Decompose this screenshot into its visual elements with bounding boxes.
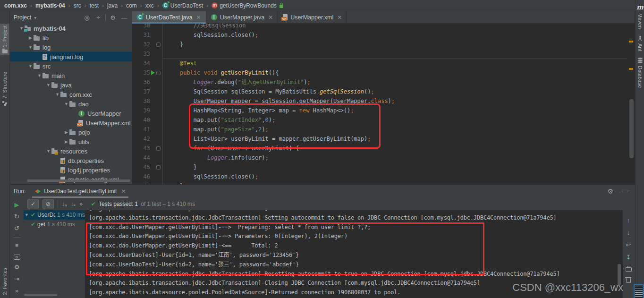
tree-item-com-xxc[interactable]: ▼com.xxc [10,90,132,99]
code-line-31[interactable]: 31 sqlSession.close(); [132,30,635,40]
toggle-auto-test-icon[interactable]: ↺ [14,225,19,233]
tree-arrow-right-icon[interactable]: ▶ [63,139,69,144]
close-icon[interactable]: ✕ [337,14,342,21]
error-stripe-mark[interactable] [629,68,633,70]
editor-tab-userdaotest-java[interactable]: UserDaoTest.java✕ [132,11,206,23]
run-test-icon[interactable] [151,70,155,75]
code-line-44[interactable]: 44 Logger.info(user); [132,153,635,162]
tree-item-pojo[interactable]: ▶pojo [10,128,132,137]
gear-icon[interactable]: ⚙ [607,187,613,195]
tree-item-utils[interactable]: ▶utils [10,137,132,146]
code-line-30[interactable]: 30 //关闭sqlSession [132,24,635,30]
tree-item-lib[interactable]: ▶lib [10,33,132,43]
tree-arrow-down-icon[interactable]: ▼ [45,149,51,153]
tree-arrow-down-icon[interactable]: ▼ [27,64,34,68]
editor-tab-usermapper-java[interactable]: UserMapper.java✕ [206,11,279,23]
soft-wrap-icon[interactable]: ↩ [626,241,631,248]
more-actions-icon[interactable]: » [79,201,83,207]
tree-item-jiangnan-log[interactable]: jiangnan.log [10,52,132,61]
editor-tab-usermapper-xml[interactable]: UserMapper.xml✕ [278,11,347,23]
tree-item-mybatis-04[interactable]: ▼mybatis-04 [10,24,132,33]
tree-item-db-properties[interactable]: db.properties [10,156,132,165]
breadcrumb-item[interactable]: src [74,2,81,9]
tree-arrow-down-icon[interactable]: ▼ [54,92,60,97]
tool-stripe-ant[interactable]: Ant [636,36,644,51]
tree-arrow-down-icon[interactable]: ▼ [45,83,51,87]
tree-item-dao[interactable]: ▼dao [10,99,132,109]
breadcrumb-item[interactable]: xxc [145,2,154,9]
code-line-37[interactable]: 37 SqlSession sqlSession = MyBatisUtils.… [132,87,635,96]
collapse-all-icon[interactable]: ÷ [94,14,102,21]
tree-item-java[interactable]: ▼java [10,80,132,90]
tree-item-resources[interactable]: ▼resources [10,146,132,156]
rerun-icon[interactable]: ▶ [15,202,19,209]
code-line-32[interactable]: 32 } [132,40,635,49]
test-tree-horizontal-scrollbar[interactable] [24,294,57,296]
clear-all-icon[interactable] [626,278,631,283]
breadcrumb-item[interactable]: test [90,2,99,9]
tree-item-usermapper[interactable]: UserMapper [10,109,132,118]
tree-arrow-down-icon[interactable]: ▼ [24,213,30,217]
show-passed-toggle[interactable]: ✓ [27,199,39,209]
tree-arrow-down-icon[interactable]: ▼ [36,73,42,78]
tree-item-main[interactable]: ▼main [10,71,132,80]
tree-item-usermapper-xml[interactable]: UserMapper.xml [10,118,132,128]
fold-marker-icon[interactable] [156,71,161,75]
rerun-failed-icon[interactable]: ↻ [14,213,19,221]
tree-item-log[interactable]: ▼log [10,43,132,52]
screenshot-icon[interactable] [14,255,20,260]
up-icon[interactable]: ↑ [627,217,630,224]
down-icon[interactable]: ↓ [627,229,630,236]
close-icon[interactable]: ✕ [196,14,201,21]
console-vertical-scrollbar[interactable] [618,264,621,285]
tree-item-src[interactable]: ▼src [10,61,132,71]
fold-marker-icon[interactable] [156,146,161,151]
sort-alphabetically-icon[interactable]: ↓a [62,201,67,207]
gear-icon[interactable]: ⚙ [109,14,117,21]
locate-icon[interactable]: ◎ [83,14,91,21]
test-node-userdaotest[interactable]: ▼✔UserDaoTest1 s 410 ms [24,210,85,220]
code-line-45[interactable]: 45 } [132,162,635,172]
chevron-down-icon[interactable]: ▾ [34,15,36,20]
error-stripe-mark[interactable] [629,41,633,43]
fold-marker-icon[interactable] [156,43,161,47]
run-tab[interactable]: UserDaoTest.getUserByLimit ✕ [32,185,128,198]
test-node-getuserbylimit[interactable]: ✔getUserByLimit1 s 410 ms [24,220,85,229]
breadcrumb-item[interactable]: com [126,2,137,9]
sidebar-stripe--structure[interactable]: 7: Structure [0,72,9,106]
editor-vertical-scrollbar[interactable] [629,99,634,158]
sidebar-stripe--project[interactable]: 1: Project [0,24,9,55]
code-line-35[interactable]: 35 public void getUserByLimit(){ [132,68,635,77]
tree-arrow-right-icon[interactable]: ▶ [63,130,69,135]
breadcrumb-item[interactable]: mybatis-04 [35,2,65,9]
test-settings-icon[interactable]: ⚙ [14,264,20,272]
tree-arrow-down-icon[interactable]: ▼ [27,45,34,50]
scroll-to-end-icon[interactable]: ↧ [626,254,631,261]
code-line-36[interactable]: 36 Logger.debug("进入getUserByLimit"); [132,77,635,87]
close-icon[interactable]: ✕ [121,188,126,195]
sidebar-stripe--favorites[interactable]: 2: Favorites★ [0,268,9,298]
show-ignored-toggle[interactable]: ⊘ [42,199,54,209]
sort-by-duration-icon[interactable]: ↓≡ [70,201,76,207]
code-line-34[interactable]: 34 @Test [132,59,635,68]
fold-marker-icon[interactable] [156,165,161,170]
import-results-icon[interactable]: ⇥ [14,276,19,283]
code-line-46[interactable]: 46 sqlSession.close(); [132,172,635,181]
breadcrumb-item[interactable]: java [107,2,118,9]
breadcrumb-item[interactable]: getUserByRowBounds [212,2,283,9]
tree-arrow-right-icon[interactable]: ▶ [27,35,34,40]
code-line-33[interactable]: 33 [132,49,635,59]
stop-icon[interactable]: ■ [15,242,18,249]
tree-item-log4j-properties[interactable]: log4j.properties [10,165,132,175]
breadcrumb-item[interactable]: com.xxc [4,2,27,9]
project-tree-horizontal-scrollbar[interactable] [27,179,130,182]
tree-arrow-down-icon[interactable]: ▼ [63,102,69,106]
breadcrumb-item[interactable]: UserDaoTest [162,2,203,9]
print-icon[interactable] [626,267,632,272]
tool-stripe-database[interactable]: Database [636,58,644,88]
hide-panel-icon[interactable]: — [120,14,128,21]
editor-body[interactable]: 30 //关闭sqlSession31 sqlSession.close();3… [132,24,635,184]
more-icon[interactable]: » [15,288,18,295]
tool-stripe-maven[interactable]: mMaven [636,4,644,29]
close-icon[interactable]: ✕ [268,14,273,21]
